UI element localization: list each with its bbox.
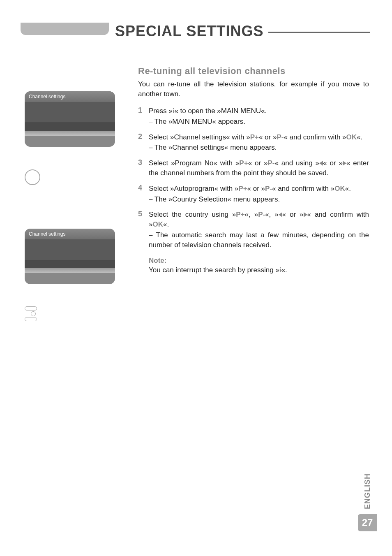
side-tab: ENGLISH 27 [359, 473, 376, 531]
header-grey-tab [21, 23, 109, 35]
step-1: 1Press »i« to open the »MAIN MENU«.– The… [138, 106, 369, 127]
key-p-: P- [267, 159, 274, 167]
key-i: i [279, 266, 281, 274]
menu-screenshot-1: Channel settings [25, 91, 115, 147]
step-body: Select »Autoprogram« with »P+« or »P-« a… [149, 184, 369, 204]
key-ok: OK [334, 185, 345, 192]
page-title: SPECIAL SETTINGS [115, 23, 370, 40]
step-number: 4 [138, 184, 149, 204]
menu2-body [25, 239, 115, 260]
remote-nav-icon [25, 169, 42, 187]
key-p-: P- [277, 133, 284, 141]
section-heading: Re-tuning all television channels [138, 66, 286, 76]
arrow-left-icon [279, 212, 282, 217]
key-p+: P+ [239, 159, 248, 167]
note-body: You can interrupt the search by pressing… [149, 266, 287, 274]
menu1-title: Channel settings [25, 91, 115, 102]
page-number: 27 [358, 514, 377, 531]
menu2-title: Channel settings [25, 229, 115, 239]
menu2-footer [25, 268, 115, 273]
key-p+: P+ [250, 133, 259, 141]
key-p-: P- [258, 211, 265, 218]
step-body: Select the country using »P+«, »P-«, »« … [149, 210, 369, 250]
menu1-highlight-row [25, 123, 115, 131]
step-body: Press »i« to open the »MAIN MENU«.– The … [149, 106, 369, 127]
key-i: i [173, 107, 175, 115]
step-2: 2Select »Channel settings« with »P+« or … [138, 132, 369, 153]
menu1-footer [25, 131, 115, 136]
step-number: 2 [138, 132, 149, 153]
arrow-right-icon [343, 161, 346, 166]
step-number: 1 [138, 106, 149, 127]
page-title-text: SPECIAL SETTINGS [115, 23, 263, 40]
key-p+: P+ [236, 211, 244, 218]
step-5: 5Select the country using »P+«, »P-«, »«… [138, 210, 369, 250]
note-block: Note:You can interrupt the search by pre… [149, 256, 369, 276]
intro-paragraph: You can re-tune all the television stati… [138, 79, 369, 99]
step-sub: – The automatic search may last a few mi… [149, 230, 369, 250]
step-number: 3 [138, 158, 149, 178]
key-p+: P+ [238, 185, 247, 192]
title-underline [268, 32, 370, 33]
remote-stack-icon [25, 306, 42, 324]
step-sub: – The »Country Selection« menu appears. [149, 195, 369, 204]
step-sub: – The »Channel settings« menu appears. [149, 143, 369, 153]
note-label: Note: [149, 256, 369, 266]
key-ok: OK [346, 133, 357, 141]
step-body: Select »Channel settings« with »P+« or »… [149, 132, 369, 153]
key-p-: P- [265, 185, 272, 192]
step-sub: – The »MAIN MENU« appears. [149, 117, 369, 127]
menu2-highlight-row [25, 260, 115, 268]
steps-list: 1Press »i« to open the »MAIN MENU«.– The… [138, 106, 369, 275]
key-ok: OK [152, 220, 163, 228]
step-4: 4Select »Autoprogram« with »P+« or »P-« … [138, 184, 369, 204]
language-label: ENGLISH [363, 473, 372, 509]
step-body: Select »Program No« with »P+« or »P-« an… [149, 158, 369, 178]
step-number: 5 [138, 210, 149, 250]
arrow-right-icon [304, 212, 307, 217]
arrow-left-icon [319, 161, 323, 166]
menu-screenshot-2: Channel settings [25, 229, 115, 284]
step-3: 3Select »Program No« with »P+« or »P-« a… [138, 158, 369, 178]
menu1-body [25, 102, 115, 123]
